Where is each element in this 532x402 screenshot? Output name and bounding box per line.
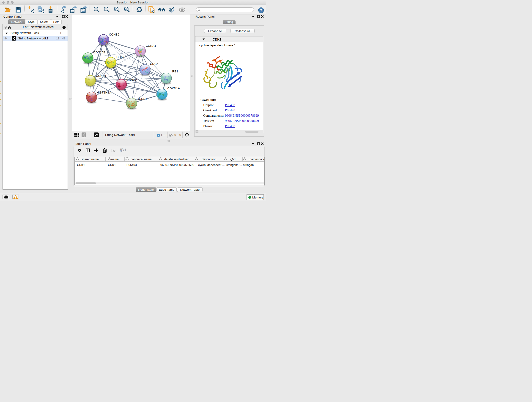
svg-text:CDC6: CDC6 bbox=[150, 62, 158, 65]
svg-text:CCNB1: CCNB1 bbox=[96, 74, 107, 77]
svg-text:CCNE1: CCNE1 bbox=[137, 97, 147, 101]
svg-text:HIST1H1A: HIST1H1A bbox=[97, 91, 112, 94]
svg-text:?: ? bbox=[260, 8, 262, 12]
svg-text:CDK1: CDK1 bbox=[116, 55, 125, 59]
svg-text:CCNB2: CCNB2 bbox=[109, 33, 120, 36]
svg-text:CDKN1A: CDKN1A bbox=[167, 87, 180, 90]
svg-text:CDC25B: CDC25B bbox=[93, 51, 105, 54]
svg-text:CCNA2: CCNA2 bbox=[127, 78, 137, 82]
svg-text:RB1: RB1 bbox=[172, 70, 178, 73]
svg-text:CCNA1: CCNA1 bbox=[146, 44, 156, 47]
